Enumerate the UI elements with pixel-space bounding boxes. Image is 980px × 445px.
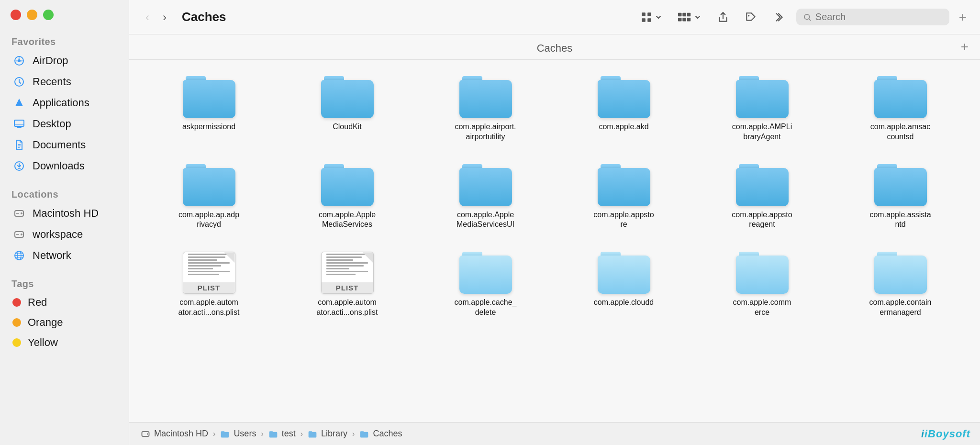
forward-button[interactable]: › — [160, 9, 169, 26]
file-grid: askpermissiond CloudKit com.apple.airpor… — [143, 71, 967, 322]
svg-rect-23 — [647, 12, 651, 16]
sidebar-item-documents[interactable]: Documents — [4, 135, 125, 155]
file-item-com-apple-applemediaservices[interactable]: com.apple.AppleMediaServices — [281, 159, 413, 234]
sidebar-item-documents-label: Documents — [33, 139, 86, 151]
sidebar-item-recents-label: Recents — [33, 76, 71, 88]
chevron-icon — [655, 13, 662, 21]
desktop-icon — [12, 117, 26, 131]
sidebar-item-desktop[interactable]: Desktop — [4, 114, 125, 134]
svg-rect-24 — [642, 18, 646, 22]
maximize-button[interactable] — [43, 10, 54, 20]
search-input[interactable] — [815, 11, 943, 22]
file-name-amsaccountsd: com.apple.amsaccountsd — [869, 122, 932, 142]
file-item-cloudkit[interactable]: CloudKit — [281, 71, 413, 146]
share-button[interactable] — [713, 9, 733, 26]
breadcrumb-users-label: Users — [234, 429, 256, 439]
breadcrumb-sep-1: › — [213, 430, 215, 438]
file-name-containermanagerd: com.apple.containermanagerd — [869, 298, 932, 318]
sidebar-item-tag-yellow[interactable]: Yellow — [4, 333, 125, 352]
svg-point-36 — [147, 433, 148, 434]
file-item-com-apple-applemediaservicesui[interactable]: com.apple.AppleMediaServicesUI — [419, 159, 552, 234]
sidebar: Favorites AirDrop Recents — [0, 0, 129, 445]
sidebar-item-network-label: Network — [33, 249, 71, 262]
file-name-commerce: com.apple.commerce — [731, 298, 793, 318]
file-item-com-apple-assistantd[interactable]: com.apple.assistantd — [834, 159, 967, 234]
status-bar: Macintosh HD › Users › test › Library › — [129, 422, 980, 445]
file-item-cache-delete[interactable]: com.apple.cache_delete — [419, 247, 552, 322]
grid-view-button[interactable] — [636, 9, 666, 26]
back-button[interactable]: ‹ — [143, 9, 152, 26]
applications-icon — [12, 96, 26, 110]
file-name-amplibraryagent: com.apple.AMPLibraryAgent — [731, 122, 793, 142]
file-item-askpermissiond[interactable]: askpermissiond — [143, 71, 275, 146]
breadcrumb-macintosh-hd[interactable]: Macintosh HD — [141, 429, 208, 439]
share-icon — [717, 11, 729, 23]
locations-label: Locations — [0, 181, 129, 203]
folder-icon-applemediaservicesui — [459, 164, 512, 206]
toolbar-title: Caches — [182, 10, 226, 24]
file-item-automator2[interactable]: PLIST com.apple.automator.acti...ons.pli… — [281, 247, 413, 322]
breadcrumb-library[interactable]: Library — [308, 429, 347, 439]
plist-label2: PLIST — [322, 282, 373, 293]
sidebar-item-workspace[interactable]: workspace — [4, 224, 125, 245]
file-name-akd: com.apple.akd — [599, 122, 648, 132]
red-tag-dot — [12, 298, 21, 307]
sidebar-item-downloads[interactable]: Downloads — [4, 156, 125, 176]
file-item-com-apple-appstore[interactable]: com.apple.appstore — [557, 159, 690, 234]
minimize-button[interactable] — [27, 10, 37, 20]
folder-title-bar: Caches + — [129, 34, 980, 60]
more-button[interactable] — [768, 9, 789, 26]
sidebar-item-macintosh-hd-label: Macintosh HD — [33, 207, 99, 220]
sidebar-item-tag-red[interactable]: Red — [4, 293, 125, 312]
file-item-com-apple-appstoreagent[interactable]: com.apple.appstoreagent — [696, 159, 828, 234]
file-name-adprivacyd: com.apple.ap.adprivacyd — [178, 210, 240, 230]
chevron-right-icon — [772, 11, 785, 23]
folder-icon-commerce — [736, 252, 789, 294]
sidebar-item-airdrop[interactable]: AirDrop — [4, 51, 125, 71]
main-content: ‹ › Caches — [129, 0, 980, 445]
recents-icon — [12, 75, 26, 89]
folder-icon-appstoreagent — [736, 164, 789, 206]
breadcrumb-caches[interactable]: Caches — [359, 429, 402, 439]
search-icon — [803, 12, 812, 22]
folder-icon-amplibraryagent — [736, 76, 789, 118]
file-item-automator1[interactable]: PLIST com.apple.automator.acti...ons.pli… — [143, 247, 275, 322]
file-name-automator2: com.apple.automator.acti...ons.plist — [316, 298, 379, 318]
file-item-com-apple-akd[interactable]: com.apple.akd — [557, 71, 690, 146]
group-view-button[interactable] — [674, 9, 705, 26]
breadcrumb-test[interactable]: test — [268, 429, 296, 439]
folder-icon-amsaccountsd — [874, 76, 927, 118]
sidebar-item-network[interactable]: Network — [4, 245, 125, 266]
file-item-com-apple-ap-adprivacyd[interactable]: com.apple.ap.adprivacyd — [143, 159, 275, 234]
add-button[interactable]: + — [959, 10, 967, 25]
sidebar-item-recents[interactable]: Recents — [4, 72, 125, 92]
file-item-containermanagerd[interactable]: com.apple.containermanagerd — [834, 247, 967, 322]
file-item-commerce[interactable]: com.apple.commerce — [696, 247, 828, 322]
file-item-com-apple-airport[interactable]: com.apple.airport.airportutility — [419, 71, 552, 146]
folder-breadcrumb-icon-2 — [268, 429, 278, 439]
file-item-cloudd[interactable]: com.apple.cloudd — [557, 247, 690, 322]
sidebar-item-applications[interactable]: Applications — [4, 93, 125, 113]
folder-breadcrumb-icon-4 — [359, 429, 369, 439]
close-button[interactable] — [11, 10, 21, 20]
tag-red-label: Red — [28, 296, 47, 309]
svg-rect-26 — [678, 12, 682, 16]
tag-orange-label: Orange — [28, 316, 63, 329]
tags-label: Tags — [0, 271, 129, 292]
folder-icon-cloudd — [598, 252, 650, 294]
svg-point-12 — [21, 212, 22, 214]
folder-plus-button[interactable]: + — [961, 39, 969, 55]
yellow-tag-dot — [12, 338, 21, 347]
tag-button[interactable] — [741, 9, 761, 26]
plist-lines — [188, 252, 229, 282]
file-item-com-apple-amplibraryagent[interactable]: com.apple.AMPLibraryAgent — [696, 71, 828, 146]
sidebar-item-macintosh-hd[interactable]: Macintosh HD — [4, 203, 125, 223]
file-item-com-apple-amsaccountsd[interactable]: com.apple.amsaccountsd — [834, 71, 967, 146]
file-grid-wrapper: askpermissiond CloudKit com.apple.airpor… — [129, 60, 980, 422]
file-name-automator1: com.apple.automator.acti...ons.plist — [178, 298, 240, 318]
breadcrumb-sep-2: › — [261, 430, 263, 438]
file-name-applemediaservices: com.apple.AppleMediaServices — [316, 210, 379, 230]
sidebar-item-tag-orange[interactable]: Orange — [4, 313, 125, 332]
breadcrumb-caches-label: Caches — [373, 429, 402, 439]
breadcrumb-users[interactable]: Users — [220, 429, 256, 439]
